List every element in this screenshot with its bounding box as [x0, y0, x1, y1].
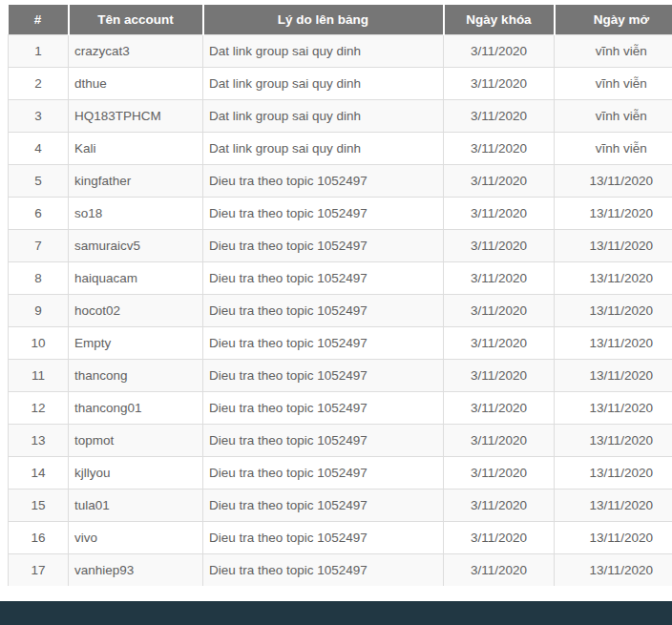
cell-lock-date: 3/11/2020 [444, 294, 555, 326]
table-row: 17 vanhiep93 Dieu tra theo topic 1052497… [9, 553, 672, 586]
cell-ban-reason: Dieu tra theo topic 1052497 [203, 553, 444, 586]
table-row: 7 samuraicv5 Dieu tra theo topic 1052497… [9, 229, 672, 261]
cell-account-name: hocot02 [69, 294, 203, 326]
cell-account-name: thancong [69, 359, 203, 391]
cell-ban-reason: Dieu tra theo topic 1052497 [203, 521, 444, 553]
column-header-0: # [9, 5, 69, 34]
cell-open-date: 13/11/2020 [555, 424, 672, 456]
cell-lock-date: 3/11/2020 [444, 67, 555, 99]
cell-open-date: 13/11/2020 [555, 553, 672, 586]
cell-lock-date: 3/11/2020 [444, 391, 555, 424]
cell-open-date: 13/11/2020 [555, 326, 672, 359]
table-row: 14 kjllyou Dieu tra theo topic 1052497 3… [9, 456, 672, 489]
cell-ban-reason: Dat link group sai quy dinh [203, 34, 444, 67]
table-head: #Tên accountLý do lên bảngNgày khóaNgày … [9, 5, 672, 34]
table-body: 1 crazycat3 Dat link group sai quy dinh … [9, 34, 672, 586]
cell-ban-reason: Dieu tra theo topic 1052497 [203, 164, 444, 197]
cell-lock-date: 3/11/2020 [444, 197, 555, 229]
ban-list-table: #Tên accountLý do lên bảngNgày khóaNgày … [8, 5, 672, 586]
table-row: 5 kingfather Dieu tra theo topic 1052497… [9, 164, 672, 197]
cell-account-name: crazycat3 [69, 34, 203, 67]
cell-row-number: 9 [9, 294, 69, 326]
cell-account-name: vanhiep93 [69, 553, 203, 586]
cell-ban-reason: Dieu tra theo topic 1052497 [203, 424, 444, 456]
cell-account-name: dthue [69, 67, 203, 99]
cell-account-name: Empty [69, 326, 203, 359]
cell-row-number: 16 [9, 521, 69, 553]
table-row: 16 vivo Dieu tra theo topic 1052497 3/11… [9, 521, 672, 553]
cell-ban-reason: Dieu tra theo topic 1052497 [203, 391, 444, 424]
cell-open-date: 13/11/2020 [555, 489, 672, 521]
cell-lock-date: 3/11/2020 [444, 456, 555, 489]
cell-row-number: 10 [9, 326, 69, 359]
cell-open-date: 13/11/2020 [555, 521, 672, 553]
cell-account-name: haiquacam [69, 261, 203, 294]
cell-open-date: 13/11/2020 [555, 164, 672, 197]
cell-lock-date: 3/11/2020 [444, 424, 555, 456]
cell-ban-reason: Dieu tra theo topic 1052497 [203, 229, 444, 261]
cell-row-number: 3 [9, 99, 69, 132]
page: #Tên accountLý do lên bảngNgày khóaNgày … [0, 0, 672, 625]
cell-open-date: 13/11/2020 [555, 359, 672, 391]
cell-account-name: topmot [69, 424, 203, 456]
table-row: 15 tula01 Dieu tra theo topic 1052497 3/… [9, 489, 672, 521]
cell-account-name: tula01 [69, 489, 203, 521]
cell-row-number: 6 [9, 197, 69, 229]
table-row: 8 haiquacam Dieu tra theo topic 1052497 … [9, 261, 672, 294]
cell-row-number: 17 [9, 553, 69, 586]
ban-list-table-container: #Tên accountLý do lên bảngNgày khóaNgày … [8, 5, 672, 586]
cell-account-name: HQ183TPHCM [69, 99, 203, 132]
cell-open-date: vĩnh viễn [555, 34, 672, 67]
cell-row-number: 8 [9, 261, 69, 294]
cell-ban-reason: Dieu tra theo topic 1052497 [203, 489, 444, 521]
cell-row-number: 1 [9, 34, 69, 67]
cell-lock-date: 3/11/2020 [444, 359, 555, 391]
cell-open-date: vĩnh viễn [555, 132, 672, 164]
cell-ban-reason: Dat link group sai quy dinh [203, 67, 444, 99]
cell-account-name: so18 [69, 197, 203, 229]
cell-lock-date: 3/11/2020 [444, 489, 555, 521]
cell-lock-date: 3/11/2020 [444, 326, 555, 359]
cell-row-number: 11 [9, 359, 69, 391]
cell-ban-reason: Dieu tra theo topic 1052497 [203, 197, 444, 229]
cell-open-date: 13/11/2020 [555, 294, 672, 326]
cell-open-date: 13/11/2020 [555, 197, 672, 229]
table-header-row: #Tên accountLý do lên bảngNgày khóaNgày … [9, 5, 672, 34]
table-row: 1 crazycat3 Dat link group sai quy dinh … [9, 34, 672, 67]
cell-lock-date: 3/11/2020 [444, 99, 555, 132]
cell-lock-date: 3/11/2020 [444, 34, 555, 67]
cell-open-date: 13/11/2020 [555, 229, 672, 261]
cell-ban-reason: Dieu tra theo topic 1052497 [203, 261, 444, 294]
column-header-4: Ngày mở [555, 5, 672, 34]
cell-ban-reason: Dat link group sai quy dinh [203, 132, 444, 164]
column-header-2: Lý do lên bảng [203, 5, 444, 34]
cell-open-date: 13/11/2020 [555, 261, 672, 294]
cell-account-name: samuraicv5 [69, 229, 203, 261]
cell-open-date: vĩnh viễn [555, 67, 672, 99]
cell-account-name: vivo [69, 521, 203, 553]
table-row: 9 hocot02 Dieu tra theo topic 1052497 3/… [9, 294, 672, 326]
cell-account-name: Kali [69, 132, 203, 164]
table-row: 10 Empty Dieu tra theo topic 1052497 3/1… [9, 326, 672, 359]
cell-account-name: kjllyou [69, 456, 203, 489]
cell-ban-reason: Dieu tra theo topic 1052497 [203, 359, 444, 391]
cell-open-date: vĩnh viễn [555, 99, 672, 132]
cell-account-name: kingfather [69, 164, 203, 197]
column-header-1: Tên account [69, 5, 203, 34]
cell-row-number: 2 [9, 67, 69, 99]
table-row: 4 Kali Dat link group sai quy dinh 3/11/… [9, 132, 672, 164]
cell-ban-reason: Dieu tra theo topic 1052497 [203, 456, 444, 489]
cell-account-name: thancong01 [69, 391, 203, 424]
column-header-3: Ngày khóa [444, 5, 555, 34]
cell-lock-date: 3/11/2020 [444, 132, 555, 164]
cell-row-number: 7 [9, 229, 69, 261]
cell-row-number: 15 [9, 489, 69, 521]
table-row: 13 topmot Dieu tra theo topic 1052497 3/… [9, 424, 672, 456]
footer-bar [0, 601, 672, 625]
table-row: 6 so18 Dieu tra theo topic 1052497 3/11/… [9, 197, 672, 229]
cell-lock-date: 3/11/2020 [444, 553, 555, 586]
cell-row-number: 5 [9, 164, 69, 197]
table-row: 2 dthue Dat link group sai quy dinh 3/11… [9, 67, 672, 99]
cell-lock-date: 3/11/2020 [444, 164, 555, 197]
cell-lock-date: 3/11/2020 [444, 261, 555, 294]
